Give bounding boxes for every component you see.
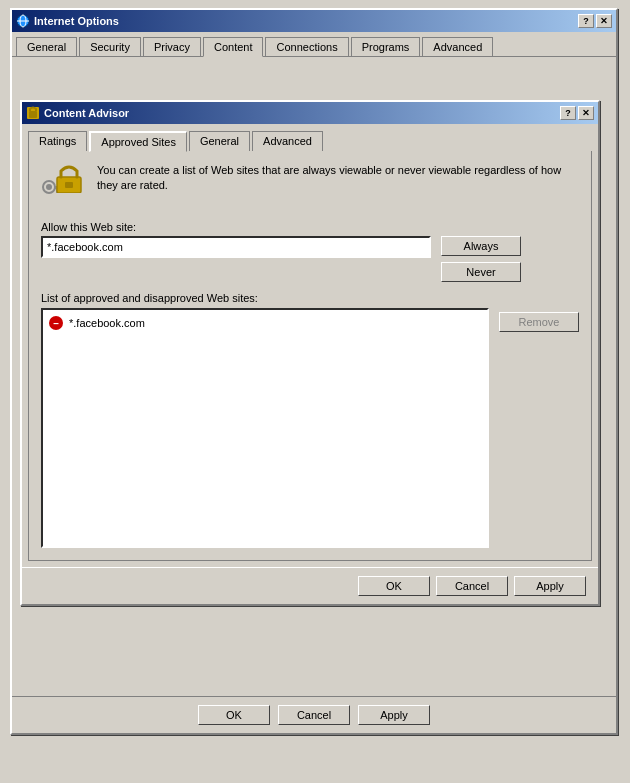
ca-tab-bar: Ratings Approved Sites General Advanced — [22, 124, 598, 151]
tab-advanced[interactable]: Advanced — [422, 37, 493, 57]
ie-cancel-button[interactable]: Cancel — [278, 705, 350, 725]
ca-remove-column: Remove — [499, 292, 579, 548]
content-advisor-dialog: Content Advisor ? ✕ Ratings Approved Sit… — [20, 100, 600, 606]
ca-tab-general[interactable]: General — [189, 131, 250, 152]
ie-window-icon — [16, 14, 30, 28]
tab-privacy[interactable]: Privacy — [143, 37, 201, 57]
ca-tab-ratings[interactable]: Ratings — [28, 131, 87, 152]
ca-always-button[interactable]: Always — [441, 236, 521, 256]
ca-remove-button[interactable]: Remove — [499, 312, 579, 332]
ca-tab-approved-sites[interactable]: Approved Sites — [89, 131, 187, 152]
help-button[interactable]: ? — [578, 14, 594, 28]
ca-allow-input[interactable] — [41, 236, 431, 258]
ie-titlebar-buttons: ? ✕ — [578, 14, 612, 28]
disapproved-icon: – — [49, 316, 63, 330]
ca-title-area: Content Advisor — [26, 106, 129, 120]
svg-rect-11 — [65, 182, 73, 188]
ca-titlebar-buttons: ? ✕ — [560, 106, 594, 120]
list-item: – *.facebook.com — [47, 314, 483, 332]
ca-close-button[interactable]: ✕ — [578, 106, 594, 120]
tab-security[interactable]: Security — [79, 37, 141, 57]
ca-info-text: You can create a list of Web sites that … — [97, 163, 579, 194]
ca-footer: OK Cancel Apply — [22, 567, 598, 604]
ie-title-area: Internet Options — [16, 14, 119, 28]
tab-connections[interactable]: Connections — [265, 37, 348, 57]
ca-icon-area — [41, 163, 87, 205]
svg-rect-4 — [29, 111, 37, 118]
ca-listbox[interactable]: – *.facebook.com — [41, 308, 489, 548]
ca-list-section: List of approved and disapproved Web sit… — [41, 292, 579, 548]
key-lock-composite-icon — [41, 163, 87, 205]
ca-list-area: List of approved and disapproved Web sit… — [41, 292, 489, 548]
ca-right-buttons: Always Never — [441, 236, 521, 282]
close-button[interactable]: ✕ — [596, 14, 612, 28]
lock-icon — [55, 163, 83, 193]
ca-cancel-button[interactable]: Cancel — [436, 576, 508, 596]
ie-apply-button[interactable]: Apply — [358, 705, 430, 725]
ie-tab-bar: General Security Privacy Content Connect… — [12, 32, 616, 56]
ie-ok-button[interactable]: OK — [198, 705, 270, 725]
ca-info-row: You can create a list of Web sites that … — [41, 163, 579, 205]
ca-body: You can create a list of Web sites that … — [28, 151, 592, 561]
ca-help-button[interactable]: ? — [560, 106, 576, 120]
svg-point-6 — [46, 184, 52, 190]
ca-never-button[interactable]: Never — [441, 262, 521, 282]
ca-dialog-title: Content Advisor — [44, 107, 129, 119]
tab-general[interactable]: General — [16, 37, 77, 57]
ca-list-label: List of approved and disapproved Web sit… — [41, 292, 489, 304]
ca-ok-button[interactable]: OK — [358, 576, 430, 596]
ca-apply-button[interactable]: Apply — [514, 576, 586, 596]
ca-window-icon — [26, 106, 40, 120]
ie-footer: OK Cancel Apply — [12, 696, 616, 733]
tab-programs[interactable]: Programs — [351, 37, 421, 57]
ca-titlebar: Content Advisor ? ✕ — [22, 102, 598, 124]
ca-tab-advanced[interactable]: Advanced — [252, 131, 323, 152]
ie-titlebar: Internet Options ? ✕ — [12, 10, 616, 32]
tab-content[interactable]: Content — [203, 37, 264, 57]
list-item-text: *.facebook.com — [69, 317, 145, 329]
ca-allow-row: Allow this Web site: Always Never — [41, 221, 579, 282]
ca-allow-label: Allow this Web site: — [41, 221, 579, 233]
ie-window-title: Internet Options — [34, 15, 119, 27]
